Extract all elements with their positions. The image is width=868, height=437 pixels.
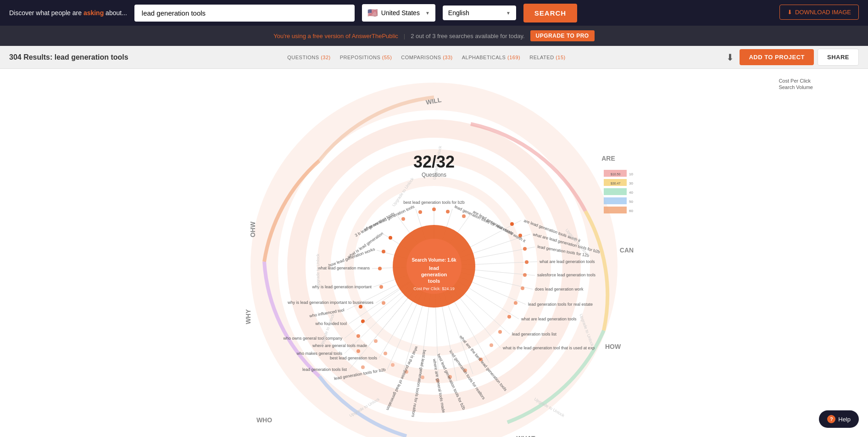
svg-point-49: [523, 247, 527, 251]
searches-remaining: 2 out of 3 free searches available for t…: [411, 33, 524, 39]
tab-label: RELATED: [529, 55, 554, 60]
svg-point-37: [379, 285, 383, 289]
help-label: Help: [838, 416, 851, 423]
language-label: English: [448, 9, 469, 17]
svg-text:Search Volume: 1.6k: Search Volume: 1.6k: [412, 258, 456, 263]
svg-text:10: 10: [629, 172, 633, 176]
svg-point-112: [462, 214, 466, 218]
svg-point-70: [490, 343, 493, 347]
sv-label: Search Volume: [779, 84, 813, 90]
svg-text:WHO: WHO: [256, 416, 272, 424]
svg-point-91: [391, 363, 395, 367]
svg-point-106: [432, 207, 436, 211]
svg-text:30: 30: [629, 181, 633, 185]
tab-prepositions[interactable]: PREPOSITIONS (55): [340, 53, 392, 62]
svg-text:32/32: 32/32: [413, 152, 455, 171]
tab-label: QUESTIONS: [287, 55, 319, 60]
country-selector[interactable]: 🇺🇸 United States ▼: [362, 4, 435, 22]
language-selector[interactable]: English ▼: [443, 6, 516, 20]
brand: Discover what people are asking about...: [9, 9, 127, 17]
svg-text:lead generation tools list: lead generation tools list: [512, 332, 557, 336]
svg-text:why is lead generation importa: why is lead generation important to busi…: [287, 300, 374, 305]
results-bar: 304 Results: lead generation tools QUEST…: [0, 46, 868, 69]
results-query: lead generation tools: [55, 53, 128, 61]
svg-point-25: [361, 365, 365, 369]
svg-text:lead generation tools for real: lead generation tools for real estate: [528, 302, 593, 307]
svg-text:ARE: ARE: [601, 155, 615, 162]
svg-point-103: [418, 210, 422, 214]
svg-text:WHAT: WHAT: [517, 435, 535, 437]
svg-text:who makes general tools: who makes general tools: [296, 351, 342, 356]
search-field-wrap[interactable]: [134, 5, 355, 22]
svg-text:60: 60: [629, 209, 633, 213]
tabs-container: QUESTIONS (32)PREPOSITIONS (55)COMPARISO…: [128, 53, 725, 62]
svg-text:HOW: HOW: [605, 343, 621, 350]
svg-text:$30.47: $30.47: [611, 182, 621, 185]
svg-point-58: [521, 286, 524, 290]
svg-text:WHY: WHY: [245, 309, 252, 324]
free-version-notice: You're using a free version of AnswerThe…: [273, 33, 398, 39]
svg-point-109: [446, 210, 450, 213]
svg-point-19: [356, 334, 360, 338]
svg-text:Upgrade to Unlock: Upgrade to Unlock: [316, 253, 320, 288]
wheel-container: WILL ARE CAN HOW WHAT WHO WHY OHW who in…: [228, 78, 640, 437]
tab-count: (169): [507, 55, 520, 60]
wheel-svg: WILL ARE CAN HOW WHAT WHO WHY OHW who in…: [228, 78, 640, 437]
action-buttons: ⬇ ADD TO PROJECT SHARE: [724, 49, 859, 66]
svg-text:Cost Per Click: $24.19: Cost Per Click: $24.19: [413, 286, 455, 291]
share-button[interactable]: SHARE: [818, 49, 859, 66]
svg-point-43: [510, 222, 514, 226]
svg-text:does lead generation work: does lead generation work: [535, 287, 584, 291]
count-number: 304: [9, 53, 22, 61]
svg-text:$10.50: $10.50: [611, 173, 621, 176]
sv-legend: Search Volume: [779, 84, 813, 90]
results-count: 304 Results: lead generation tools: [9, 53, 128, 62]
tab-label: COMPARISONS: [401, 55, 441, 60]
tab-label: ALPHABETICALS: [462, 55, 506, 60]
country-flag: 🇺🇸: [367, 8, 378, 18]
svg-text:50: 50: [629, 200, 633, 204]
svg-text:40: 40: [629, 190, 633, 195]
svg-point-100: [401, 217, 405, 221]
svg-point-40: [382, 301, 385, 305]
svg-point-55: [523, 273, 527, 277]
svg-text:CAN: CAN: [620, 247, 634, 254]
upgrade-button[interactable]: UPGRADE TO PRO: [530, 30, 595, 41]
search-input[interactable]: [134, 5, 355, 22]
help-button[interactable]: ? Help: [819, 410, 859, 428]
svg-point-67: [498, 330, 502, 334]
svg-point-13: [359, 305, 362, 308]
svg-point-94: [384, 352, 387, 355]
svg-text:lead: lead: [429, 265, 439, 271]
download-image-button[interactable]: ⬇ DOWNLOAD IMAGE: [779, 5, 859, 20]
search-button[interactable]: SEARCH: [523, 4, 577, 22]
cpc-legend: Cost Per Click: [779, 78, 811, 84]
tab-count: (15): [556, 55, 566, 60]
svg-text:what are lead generation tools: what are lead generation tools: [539, 259, 595, 264]
results-label: Results:: [23, 53, 55, 61]
brand-asking: asking: [83, 9, 104, 17]
legend: Cost Per Click Search Volume: [779, 78, 813, 90]
svg-text:who owns general tool company: who owns general tool company: [283, 336, 342, 341]
svg-point-31: [382, 250, 385, 253]
svg-point-97: [374, 339, 378, 343]
svg-point-52: [525, 260, 529, 264]
main-content: Cost Per Click Search Volume: [0, 69, 868, 437]
svg-text:what lead generation means: what lead generation means: [317, 266, 370, 270]
svg-text:why is lead generation importa: why is lead generation important: [312, 285, 372, 289]
country-label: United States: [381, 9, 420, 17]
svg-text:generation: generation: [421, 272, 447, 277]
add-to-project-button[interactable]: ADD TO PROJECT: [740, 49, 814, 65]
svg-text:OHW: OHW: [249, 221, 256, 237]
svg-point-22: [356, 349, 360, 353]
tab-count: (32): [321, 55, 331, 60]
download-icon: ⬇: [787, 9, 792, 16]
svg-point-28: [389, 236, 392, 240]
svg-point-64: [507, 315, 511, 319]
tab-comparisons[interactable]: COMPARISONS (33): [401, 53, 452, 62]
tab-questions[interactable]: QUESTIONS (32): [287, 53, 330, 62]
cpc-label: Cost Per Click: [779, 78, 811, 84]
tab-alphabeticals[interactable]: ALPHABETICALS (169): [462, 53, 521, 62]
tab-related[interactable]: RELATED (15): [529, 53, 566, 62]
download-icon-button[interactable]: ⬇: [724, 50, 736, 65]
